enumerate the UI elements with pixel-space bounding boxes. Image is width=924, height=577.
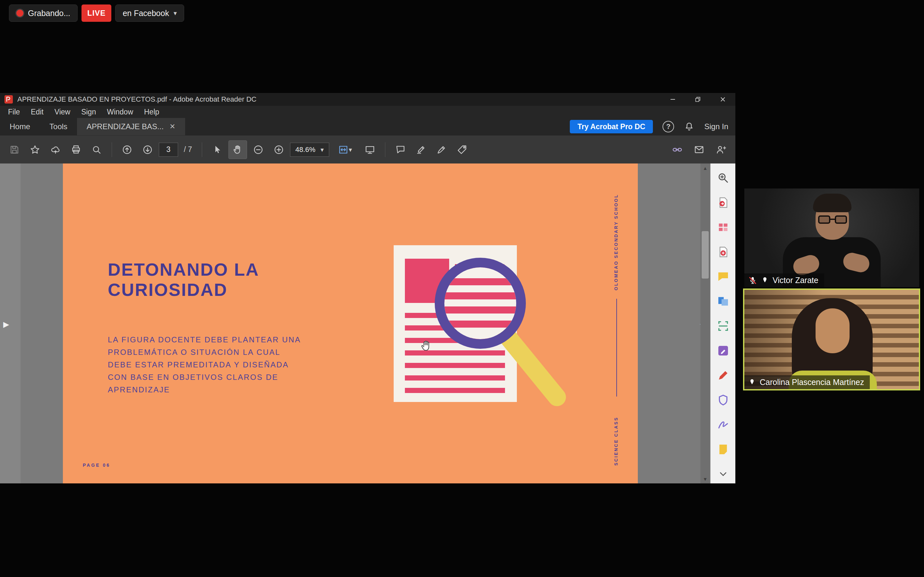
tools-chevron-down-icon[interactable]	[716, 467, 730, 481]
video-tile-victor[interactable]: Victor Zarate	[744, 189, 919, 287]
export-pdf-tool[interactable]	[716, 196, 730, 210]
tab-tools[interactable]: Tools	[40, 118, 77, 135]
menubar: File Edit View Sign Window Help	[0, 106, 735, 118]
tag-stamp-icon	[457, 144, 467, 155]
fit-width-icon	[338, 144, 349, 155]
victor-glasses	[818, 215, 830, 224]
sign-button[interactable]	[432, 140, 451, 159]
zoom-in-button[interactable]	[270, 140, 288, 159]
tab-document-label: APRENDIZAJE BAS...	[87, 122, 164, 131]
magnifier-icon	[91, 144, 102, 155]
save-icon	[9, 144, 20, 155]
toolbar-separator	[385, 142, 385, 157]
close-icon	[720, 96, 726, 103]
plus-circle-icon	[273, 144, 284, 155]
slide-body-line: PROBLEMÁTICA O SITUACIÓN LA CUAL	[108, 346, 301, 358]
hand-tool-button[interactable]	[228, 140, 247, 159]
live-badge: LIVE	[81, 5, 111, 22]
restore-icon	[695, 96, 701, 103]
document-area: ▶ DETONANDO LA CURIOSIDAD LA FIGURA DOCE…	[0, 163, 735, 484]
slide-title-line1: DETONANDO LA	[108, 259, 259, 280]
comment-button[interactable]	[391, 140, 410, 159]
victor-name-bar: Victor Zarate	[744, 274, 824, 287]
edit-pdf-tool[interactable]	[716, 344, 730, 358]
fill-sign-tool[interactable]	[716, 418, 730, 432]
toolbar-separator	[111, 142, 112, 157]
pdf-page-canvas[interactable]: DETONANDO LA CURIOSIDAD LA FIGURA DOCENT…	[63, 163, 638, 484]
pencil-markup-tool[interactable]	[716, 369, 730, 382]
save-button[interactable]	[5, 140, 24, 159]
reading-mode-icon	[365, 144, 375, 155]
scroll-up-icon[interactable]: ▲	[700, 163, 710, 172]
menu-sign[interactable]: Sign	[76, 108, 102, 116]
menu-help[interactable]: Help	[139, 108, 165, 116]
left-pane-expander[interactable]: ▶	[3, 320, 9, 329]
try-acrobat-pro-button[interactable]: Try Acrobat Pro DC	[570, 120, 653, 133]
victor-hair	[813, 193, 851, 212]
scan-ocr-tool[interactable]	[716, 319, 730, 333]
minimize-button[interactable]	[660, 93, 685, 106]
star-icon	[29, 144, 40, 155]
stamp-button[interactable]	[453, 140, 471, 159]
victor-glasses-bridge	[830, 219, 835, 220]
notifications-bell-icon[interactable]	[684, 121, 695, 132]
zoom-search-tool[interactable]	[716, 171, 730, 185]
more-tools-tool[interactable]	[716, 443, 730, 456]
tab-document[interactable]: APRENDIZAJE BAS... ✕	[77, 118, 185, 135]
share-link-button[interactable]	[668, 140, 687, 159]
page-number-input[interactable]: 3	[159, 143, 178, 157]
comment-tool[interactable]	[716, 270, 730, 284]
fit-width-button[interactable]: ▾	[331, 140, 359, 159]
menu-window[interactable]: Window	[102, 108, 139, 116]
create-pdf-tool[interactable]	[716, 245, 730, 259]
sign-in-button[interactable]: Sign In	[704, 122, 728, 131]
organize-pages-tool[interactable]	[716, 221, 730, 234]
menu-file[interactable]: File	[3, 108, 25, 116]
recording-dot-icon	[16, 10, 23, 17]
chevron-down-icon: ▾	[174, 9, 177, 17]
tab-home[interactable]: Home	[0, 118, 40, 135]
favorite-star-button[interactable]	[26, 140, 44, 159]
arrow-down-circle-icon	[142, 144, 153, 155]
toolbar: 3 / 7 48.6% ▾	[0, 135, 735, 163]
slide-body-text: LA FIGURA DOCENTE DEBE PLANTEAR UNA PROB…	[108, 334, 301, 396]
share-with-person-button[interactable]	[712, 140, 730, 159]
slide-page-label: PAGE 06	[83, 463, 110, 468]
help-icon[interactable]: ?	[662, 121, 674, 132]
tab-home-label: Home	[10, 122, 30, 131]
video-tile-carolina[interactable]: Carolina Plascencia Martínez	[743, 288, 920, 390]
zoom-out-button[interactable]	[249, 140, 268, 159]
zoom-level-select[interactable]: 48.6% ▾	[290, 143, 329, 157]
find-button[interactable]	[87, 140, 106, 159]
email-button[interactable]	[690, 140, 708, 159]
mic-muted-icon	[748, 276, 757, 285]
close-button[interactable]	[710, 93, 735, 106]
page-down-button[interactable]	[138, 140, 157, 159]
fountain-pen-icon	[436, 144, 447, 155]
menu-view[interactable]: View	[49, 108, 76, 116]
reading-mode-button[interactable]	[360, 140, 379, 159]
share-cloud-button[interactable]	[46, 140, 65, 159]
menu-edit[interactable]: Edit	[25, 108, 49, 116]
slide-body-line: APRENDIZAJE	[108, 384, 301, 396]
highlight-button[interactable]	[412, 140, 430, 159]
restore-button[interactable]	[685, 93, 710, 106]
print-button[interactable]	[67, 140, 86, 159]
select-tool-button[interactable]	[208, 140, 226, 159]
window-controls	[660, 93, 735, 106]
slide-body-line: LA FIGURA DOCENTE DEBE PLANTEAR UNA	[108, 334, 301, 346]
magnifying-glass-illustration	[384, 211, 589, 423]
highlighter-icon	[415, 144, 426, 155]
scroll-down-icon[interactable]: ▼	[700, 474, 710, 484]
chevron-down-icon: ▾	[320, 146, 324, 153]
zoom-level-value: 48.6%	[296, 145, 315, 154]
person-plus-icon	[716, 144, 726, 155]
scrollbar-thumb[interactable]	[702, 231, 709, 279]
vertical-scrollbar[interactable]: ▲ ▼	[700, 163, 710, 484]
page-up-button[interactable]	[118, 140, 136, 159]
carolina-name-bar: Carolina Plascencia Martínez	[744, 376, 870, 389]
tab-close-icon[interactable]: ✕	[170, 122, 175, 131]
protect-tool[interactable]	[716, 393, 730, 407]
platform-pill[interactable]: en Facebook ▾	[115, 5, 184, 22]
combine-files-tool[interactable]	[716, 295, 730, 308]
